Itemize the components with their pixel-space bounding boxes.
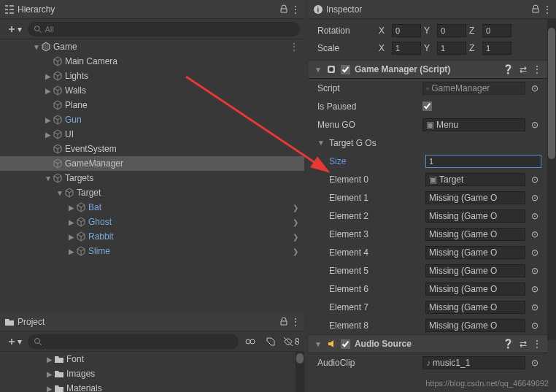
hidden-count-button[interactable]: 8	[282, 334, 300, 350]
element-field[interactable]: Missing (Game O	[425, 283, 525, 296]
overflow-icon[interactable]: ⋮	[290, 42, 301, 52]
expand-arrow-icon[interactable]	[44, 57, 53, 66]
hierarchy-item[interactable]: ▶Lights	[0, 69, 304, 83]
object-picker-button[interactable]: ⊙	[528, 284, 541, 294]
element-field[interactable]: Missing (Game O	[425, 319, 525, 332]
component-enabled-checkbox[interactable]	[341, 339, 350, 349]
hierarchy-item[interactable]: ▶Ghost❯	[0, 215, 304, 229]
game-manager-component-header[interactable]: ▼ Game Manager (Script) ❔ ⇄ ⋮	[309, 60, 547, 79]
expand-arrow-icon[interactable]: ▶	[67, 203, 76, 212]
project-scrollbar[interactable]	[296, 352, 304, 392]
chevron-right-icon[interactable]: ❯	[293, 233, 301, 241]
expand-arrow-icon[interactable]: ▶	[44, 115, 53, 124]
expand-arrow-icon[interactable]: ▶	[44, 130, 53, 139]
object-picker-button[interactable]: ⊙	[528, 174, 541, 185]
scale-y-input[interactable]	[437, 42, 466, 55]
scale-z-input[interactable]	[482, 42, 511, 55]
hierarchy-item[interactable]: Plane	[0, 98, 304, 112]
hierarchy-item[interactable]: ▶Gun	[0, 112, 304, 127]
expand-arrow-icon[interactable]: ▶	[67, 247, 76, 255]
create-button[interactable]: ▾	[4, 23, 25, 36]
hierarchy-item[interactable]: ▶Bat❯	[0, 200, 304, 215]
audio-source-component-header[interactable]: ▼ Audio Source ❔ ⇄ ⋮	[309, 334, 547, 353]
object-picker-button[interactable]: ⊙	[528, 211, 541, 221]
expand-arrow-icon[interactable]: ▶	[45, 355, 54, 364]
expand-arrow-icon[interactable]: ▼	[32, 42, 41, 51]
hierarchy-item[interactable]: GameManager	[0, 156, 304, 171]
expand-arrow-icon[interactable]: ▶	[45, 369, 54, 378]
rotation-y-input[interactable]	[437, 24, 466, 37]
object-picker-button[interactable]: ⊙	[528, 247, 541, 258]
hierarchy-item[interactable]: ▼Game⋮	[0, 39, 304, 54]
chevron-right-icon[interactable]: ❯	[293, 204, 301, 212]
hierarchy-item[interactable]: Main Camera	[0, 54, 304, 69]
expand-arrow-icon[interactable]: ▶	[44, 86, 53, 95]
hierarchy-item[interactable]: ▼Targets	[0, 171, 304, 185]
expand-arrow-icon[interactable]: ▼	[44, 174, 53, 182]
expand-arrow-icon[interactable]: ▶	[44, 72, 53, 80]
menu-icon[interactable]: ⋮	[543, 4, 552, 15]
menu-icon[interactable]: ⋮	[291, 317, 300, 327]
preset-icon[interactable]: ⇄	[520, 64, 527, 74]
project-item[interactable]: ▶Font	[0, 352, 304, 366]
menu-icon[interactable]: ⋮	[533, 64, 541, 74]
chevron-right-icon[interactable]: ❯	[293, 247, 301, 255]
preset-icon[interactable]: ⇄	[520, 339, 527, 349]
object-picker-button[interactable]: ⊙	[528, 358, 541, 368]
lock-icon[interactable]	[279, 4, 288, 15]
object-picker-button[interactable]: ⊙	[528, 266, 541, 276]
audio-clip-field[interactable]: ♪ music1_1	[422, 356, 525, 369]
hierarchy-search[interactable]	[28, 22, 300, 36]
expand-arrow-icon[interactable]: ▶	[67, 232, 76, 241]
inspector-scrollbar[interactable]	[547, 19, 556, 340]
help-icon[interactable]: ❔	[503, 339, 514, 349]
foldout-arrow-icon[interactable]: ▼	[314, 66, 322, 74]
filter-by-label-button[interactable]	[262, 334, 279, 350]
menu-icon[interactable]: ⋮	[291, 4, 300, 15]
expand-arrow-icon[interactable]	[44, 101, 53, 109]
scale-x-input[interactable]	[392, 42, 421, 55]
expand-arrow-icon[interactable]: ▶	[67, 218, 76, 226]
lock-icon[interactable]	[531, 4, 540, 15]
hierarchy-search-input[interactable]	[45, 25, 294, 34]
project-item[interactable]: ▶Images	[0, 366, 304, 381]
element-field[interactable]: Missing (Game O	[425, 301, 525, 314]
element-field[interactable]: Missing (Game O	[425, 264, 525, 277]
component-enabled-checkbox[interactable]	[341, 65, 350, 74]
object-picker-button[interactable]: ⊙	[528, 193, 541, 203]
hierarchy-item[interactable]: ▶Slime❯	[0, 244, 304, 258]
object-picker-button[interactable]: ⊙	[528, 229, 541, 239]
is-paused-checkbox[interactable]	[422, 101, 432, 111]
help-icon[interactable]: ❔	[503, 64, 514, 74]
expand-arrow-icon[interactable]: ▶	[45, 384, 54, 392]
expand-arrow-icon[interactable]: ▼	[55, 188, 64, 197]
object-picker-button[interactable]: ⊙	[528, 320, 541, 331]
project-create-button[interactable]: ▾	[4, 335, 25, 348]
rotation-x-input[interactable]	[392, 24, 421, 37]
menu-go-field[interactable]: ▣ Menu	[422, 118, 525, 131]
hierarchy-item[interactable]: ▶Walls	[0, 83, 304, 98]
foldout-arrow-icon[interactable]: ▼	[314, 340, 322, 348]
project-item[interactable]: ▶Materials	[0, 381, 304, 392]
element-field[interactable]: Missing (Game O	[425, 228, 525, 241]
filter-by-type-button[interactable]	[242, 334, 259, 350]
object-picker-button[interactable]: ⊙	[528, 302, 541, 312]
object-picker-button[interactable]: ⊙	[528, 83, 541, 93]
element-field[interactable]: ▣Target	[425, 173, 525, 186]
menu-icon[interactable]: ⋮	[533, 339, 541, 349]
foldout-arrow-icon[interactable]: ▼	[317, 139, 326, 147]
lock-icon[interactable]	[279, 317, 288, 327]
object-picker-button[interactable]: ⊙	[528, 120, 541, 130]
project-search[interactable]	[28, 334, 239, 349]
expand-arrow-icon[interactable]	[44, 145, 53, 153]
expand-arrow-icon[interactable]	[44, 159, 53, 168]
hierarchy-item[interactable]: ▶Rabbit❯	[0, 229, 304, 244]
hierarchy-item[interactable]: ▶UI	[0, 127, 304, 142]
rotation-z-input[interactable]	[482, 24, 511, 37]
element-field[interactable]: Missing (Game O	[425, 210, 525, 223]
element-field[interactable]: Missing (Game O	[425, 191, 525, 204]
scrollbar-thumb[interactable]	[548, 28, 555, 159]
hierarchy-item[interactable]: ▼Target	[0, 185, 304, 200]
hierarchy-item[interactable]: EventSystem	[0, 142, 304, 156]
element-field[interactable]: Missing (Game O	[425, 246, 525, 259]
